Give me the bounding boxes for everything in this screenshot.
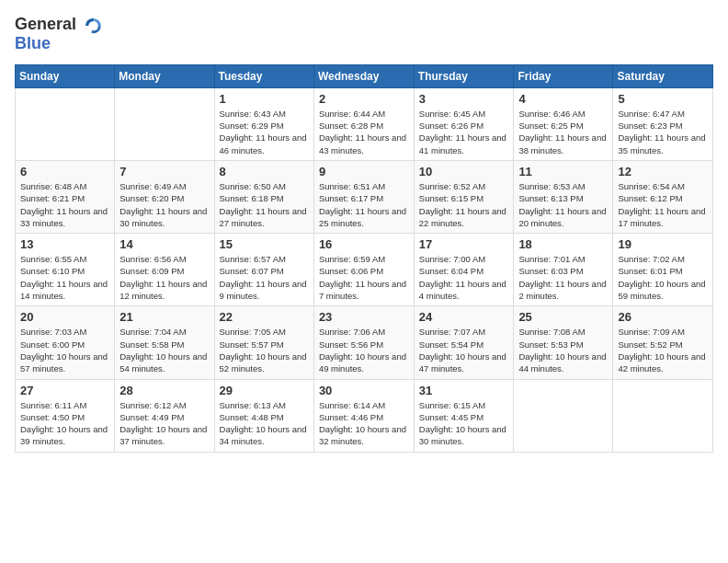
day-number: 8 xyxy=(220,165,309,178)
calendar-week-row: 6Sunrise: 6:48 AM Sunset: 6:21 PM Daylig… xyxy=(16,160,713,233)
day-number: 10 xyxy=(419,165,509,178)
weekday-header: Wednesday xyxy=(313,64,414,87)
day-number: 27 xyxy=(20,384,109,397)
day-info: Sunrise: 6:52 AM Sunset: 6:15 PM Dayligh… xyxy=(419,180,509,229)
calendar-cell xyxy=(16,87,115,160)
day-number: 14 xyxy=(119,237,209,251)
calendar-cell: 10Sunrise: 6:52 AM Sunset: 6:15 PM Dayli… xyxy=(414,160,514,233)
day-number: 19 xyxy=(618,237,708,251)
calendar-cell xyxy=(613,379,713,452)
calendar-cell: 4Sunrise: 6:46 AM Sunset: 6:25 PM Daylig… xyxy=(514,87,613,160)
day-info: Sunrise: 7:03 AM Sunset: 6:00 PM Dayligh… xyxy=(20,326,109,374)
day-number: 3 xyxy=(419,92,509,106)
logo-blue: Blue xyxy=(15,34,103,53)
calendar-cell: 11Sunrise: 6:53 AM Sunset: 6:13 PM Dayli… xyxy=(514,160,613,233)
calendar-cell: 19Sunrise: 7:02 AM Sunset: 6:01 PM Dayli… xyxy=(613,234,713,306)
weekday-header: Monday xyxy=(115,64,214,87)
day-number: 17 xyxy=(419,237,509,251)
calendar-cell xyxy=(115,87,214,160)
day-number: 30 xyxy=(319,384,409,397)
weekday-header: Tuesday xyxy=(214,64,313,87)
day-info: Sunrise: 6:55 AM Sunset: 6:10 PM Dayligh… xyxy=(20,253,109,302)
calendar-cell: 7Sunrise: 6:49 AM Sunset: 6:20 PM Daylig… xyxy=(115,160,214,233)
day-number: 2 xyxy=(319,92,409,106)
day-number: 5 xyxy=(618,92,708,106)
weekday-header: Sunday xyxy=(16,64,115,87)
calendar-cell: 26Sunrise: 7:09 AM Sunset: 5:52 PM Dayli… xyxy=(613,306,713,379)
calendar-week-row: 20Sunrise: 7:03 AM Sunset: 6:00 PM Dayli… xyxy=(16,306,713,379)
day-number: 7 xyxy=(119,165,209,178)
calendar-table: SundayMondayTuesdayWednesdayThursdayFrid… xyxy=(15,64,713,453)
calendar-week-row: 13Sunrise: 6:55 AM Sunset: 6:10 PM Dayli… xyxy=(16,234,713,306)
calendar-week-row: 1Sunrise: 6:43 AM Sunset: 6:29 PM Daylig… xyxy=(16,87,713,160)
day-number: 6 xyxy=(20,165,109,178)
day-number: 28 xyxy=(119,384,209,397)
day-number: 25 xyxy=(518,310,608,324)
day-info: Sunrise: 6:15 AM Sunset: 4:45 PM Dayligh… xyxy=(419,399,509,448)
day-info: Sunrise: 7:07 AM Sunset: 5:54 PM Dayligh… xyxy=(419,326,509,374)
day-info: Sunrise: 6:50 AM Sunset: 6:18 PM Dayligh… xyxy=(220,180,309,229)
calendar-cell: 18Sunrise: 7:01 AM Sunset: 6:03 PM Dayli… xyxy=(514,234,613,306)
calendar-cell: 22Sunrise: 7:05 AM Sunset: 5:57 PM Dayli… xyxy=(214,306,313,379)
calendar-cell xyxy=(514,379,613,452)
calendar-cell: 13Sunrise: 6:55 AM Sunset: 6:10 PM Dayli… xyxy=(16,234,115,306)
day-info: Sunrise: 6:51 AM Sunset: 6:17 PM Dayligh… xyxy=(319,180,409,229)
day-info: Sunrise: 7:00 AM Sunset: 6:04 PM Dayligh… xyxy=(419,253,509,302)
calendar-cell: 31Sunrise: 6:15 AM Sunset: 4:45 PM Dayli… xyxy=(414,379,514,452)
day-info: Sunrise: 6:54 AM Sunset: 6:12 PM Dayligh… xyxy=(618,180,708,229)
calendar-cell: 1Sunrise: 6:43 AM Sunset: 6:29 PM Daylig… xyxy=(214,87,313,160)
day-info: Sunrise: 7:01 AM Sunset: 6:03 PM Dayligh… xyxy=(518,253,608,302)
day-info: Sunrise: 7:04 AM Sunset: 5:58 PM Dayligh… xyxy=(119,326,209,374)
calendar-cell: 15Sunrise: 6:57 AM Sunset: 6:07 PM Dayli… xyxy=(214,234,313,306)
day-info: Sunrise: 6:53 AM Sunset: 6:13 PM Dayligh… xyxy=(518,180,608,229)
calendar-cell: 27Sunrise: 6:11 AM Sunset: 4:50 PM Dayli… xyxy=(16,379,115,452)
weekday-header: Friday xyxy=(514,64,613,87)
calendar-cell: 2Sunrise: 6:44 AM Sunset: 6:28 PM Daylig… xyxy=(313,87,414,160)
day-info: Sunrise: 6:45 AM Sunset: 6:26 PM Dayligh… xyxy=(419,108,509,156)
day-info: Sunrise: 7:08 AM Sunset: 5:53 PM Dayligh… xyxy=(518,326,608,374)
day-info: Sunrise: 6:48 AM Sunset: 6:21 PM Dayligh… xyxy=(20,180,109,229)
calendar-cell: 25Sunrise: 7:08 AM Sunset: 5:53 PM Dayli… xyxy=(514,306,613,379)
day-info: Sunrise: 7:09 AM Sunset: 5:52 PM Dayligh… xyxy=(618,326,708,374)
logo-icon xyxy=(83,16,103,36)
calendar-cell: 28Sunrise: 6:12 AM Sunset: 4:49 PM Dayli… xyxy=(115,379,214,452)
calendar-cell: 23Sunrise: 7:06 AM Sunset: 5:56 PM Dayli… xyxy=(313,306,414,379)
day-number: 4 xyxy=(518,92,608,106)
day-number: 13 xyxy=(20,237,109,251)
day-number: 1 xyxy=(220,92,309,106)
day-number: 16 xyxy=(319,237,409,251)
day-info: Sunrise: 7:02 AM Sunset: 6:01 PM Dayligh… xyxy=(618,253,708,302)
calendar-cell: 8Sunrise: 6:50 AM Sunset: 6:18 PM Daylig… xyxy=(214,160,313,233)
calendar-cell: 16Sunrise: 6:59 AM Sunset: 6:06 PM Dayli… xyxy=(313,234,414,306)
day-number: 9 xyxy=(319,165,409,178)
calendar-cell: 21Sunrise: 7:04 AM Sunset: 5:58 PM Dayli… xyxy=(115,306,214,379)
day-info: Sunrise: 6:14 AM Sunset: 4:46 PM Dayligh… xyxy=(319,399,409,448)
day-info: Sunrise: 6:57 AM Sunset: 6:07 PM Dayligh… xyxy=(220,253,309,302)
calendar-cell: 12Sunrise: 6:54 AM Sunset: 6:12 PM Dayli… xyxy=(613,160,713,233)
day-info: Sunrise: 6:59 AM Sunset: 6:06 PM Dayligh… xyxy=(319,253,409,302)
day-number: 18 xyxy=(518,237,608,251)
day-info: Sunrise: 6:46 AM Sunset: 6:25 PM Dayligh… xyxy=(518,108,608,156)
day-info: Sunrise: 6:47 AM Sunset: 6:23 PM Dayligh… xyxy=(618,108,708,156)
logo-general: General xyxy=(15,15,76,33)
day-number: 12 xyxy=(618,165,708,178)
calendar-cell: 24Sunrise: 7:07 AM Sunset: 5:54 PM Dayli… xyxy=(414,306,514,379)
weekday-header: Saturday xyxy=(613,64,713,87)
day-number: 23 xyxy=(319,310,409,324)
weekday-header: Thursday xyxy=(414,64,514,87)
calendar-header-row: SundayMondayTuesdayWednesdayThursdayFrid… xyxy=(16,64,713,87)
day-number: 15 xyxy=(220,237,309,251)
calendar-cell: 29Sunrise: 6:13 AM Sunset: 4:48 PM Dayli… xyxy=(214,379,313,452)
calendar-week-row: 27Sunrise: 6:11 AM Sunset: 4:50 PM Dayli… xyxy=(16,379,713,452)
day-number: 31 xyxy=(419,384,509,397)
calendar-cell: 14Sunrise: 6:56 AM Sunset: 6:09 PM Dayli… xyxy=(115,234,214,306)
day-number: 11 xyxy=(518,165,608,178)
calendar-cell: 3Sunrise: 6:45 AM Sunset: 6:26 PM Daylig… xyxy=(414,87,514,160)
day-number: 21 xyxy=(119,310,209,324)
day-info: Sunrise: 6:11 AM Sunset: 4:50 PM Dayligh… xyxy=(20,399,109,448)
calendar-cell: 5Sunrise: 6:47 AM Sunset: 6:23 PM Daylig… xyxy=(613,87,713,160)
day-number: 22 xyxy=(220,310,309,324)
day-info: Sunrise: 6:49 AM Sunset: 6:20 PM Dayligh… xyxy=(119,180,209,229)
day-info: Sunrise: 6:56 AM Sunset: 6:09 PM Dayligh… xyxy=(119,253,209,302)
day-info: Sunrise: 6:43 AM Sunset: 6:29 PM Dayligh… xyxy=(220,108,309,156)
